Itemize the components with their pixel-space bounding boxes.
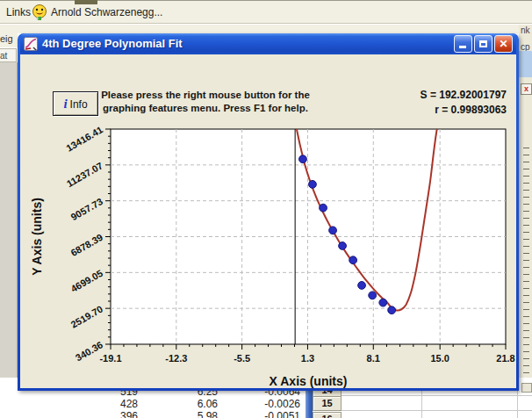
background-text-fragment-right-top: nk (521, 25, 530, 35)
info-button-label: Info (70, 98, 88, 111)
table-cell: -0.0051 (239, 410, 300, 418)
grid-line (341, 395, 532, 396)
table-cell: 5.98 (156, 410, 218, 418)
help-message-line1: Please press the right mouse button for … (95, 89, 316, 102)
x-tick-label: -19.1 (99, 353, 121, 364)
data-point (329, 227, 337, 234)
table-cell: 6.06 (156, 398, 218, 410)
data-point (299, 155, 307, 163)
background-text-fragment-left: eig (0, 32, 18, 47)
spreadsheet-row-header[interactable]: 15 (313, 396, 341, 411)
maximize-icon[interactable] (474, 35, 492, 53)
table-cell: 428 (76, 398, 138, 410)
dialog-title-bar[interactable]: 4th Degree Polynomial Fit ✕ (20, 33, 516, 54)
data-point (309, 180, 317, 188)
dialog-title: 4th Degree Polynomial Fit (42, 37, 183, 50)
data-point (320, 204, 327, 212)
x-axis-title: X Axis (units) (270, 374, 348, 388)
x-tick-label: 1.3 (301, 353, 314, 364)
x-tick-label: 8.1 (367, 353, 380, 364)
close-icon[interactable]: ✕ (494, 35, 513, 53)
y-tick-label: 6878.39 (69, 232, 104, 258)
chart-area[interactable]: -19.1-12.3-5.51.38.115.021.8340.362519.7… (29, 122, 525, 388)
table-cell: 396 (76, 410, 138, 418)
help-message-line2: graphing features menu. Press F1 for hel… (95, 102, 316, 115)
links-toolbar-label: Links (6, 6, 31, 18)
y-tick-label: 9057.73 (69, 196, 104, 222)
data-point (358, 282, 366, 290)
stat-s-value: S = 192.92001797 (421, 88, 507, 103)
data-point (369, 292, 377, 299)
background-close-button-fragment[interactable]: x (521, 83, 532, 95)
spreadsheet-row-header[interactable]: 16 (313, 412, 341, 418)
y-tick-label: 4699.05 (69, 268, 104, 294)
x-tick-label: -5.5 (234, 353, 250, 364)
toolbar-edge-fragment (75, 0, 97, 4)
background-selection-band (519, 51, 532, 77)
y-tick-label: 13416.41 (64, 124, 104, 153)
dialog-client-area: iInfo Please press the right mouse butto… (20, 54, 516, 388)
x-tick-label: 15.0 (430, 353, 449, 364)
smiley-buddy-icon (32, 4, 47, 21)
data-point (388, 306, 396, 314)
minimize-icon[interactable] (454, 35, 472, 53)
polynomial-fit-dialog: 4th Degree Polynomial Fit ✕ iInfo Please… (18, 33, 519, 391)
data-point (379, 299, 387, 306)
chart-svg[interactable]: -19.1-12.3-5.51.38.115.021.8340.362519.7… (29, 122, 525, 388)
x-tick-label: -12.3 (165, 353, 187, 364)
toolbar-lower-band (0, 25, 532, 33)
data-point (349, 256, 357, 264)
help-message: Please press the right mouse button for … (95, 89, 316, 115)
grid-line (341, 410, 532, 411)
y-tick-label: 11237.07 (65, 160, 104, 189)
curve-fit-plot-icon (24, 37, 38, 51)
table-cell: -0.0026 (239, 398, 300, 410)
fit-statistics: S = 192.92001797 r = 0.99893063 (421, 88, 507, 118)
info-icon: i (63, 97, 67, 111)
background-panel-left (0, 62, 18, 378)
y-axis-title: Y Axis (units) (30, 198, 44, 276)
info-button[interactable]: iInfo (53, 91, 98, 116)
data-point (339, 242, 347, 250)
background-button-fragment-left: at (0, 48, 17, 62)
links-bar-bookmark[interactable]: Arnold Schwarzenegg... (51, 6, 162, 18)
y-tick-label: 2519.70 (69, 304, 104, 330)
x-tick-label: 21.8 (496, 353, 514, 364)
stat-r-value: r = 0.99893063 (421, 103, 507, 118)
